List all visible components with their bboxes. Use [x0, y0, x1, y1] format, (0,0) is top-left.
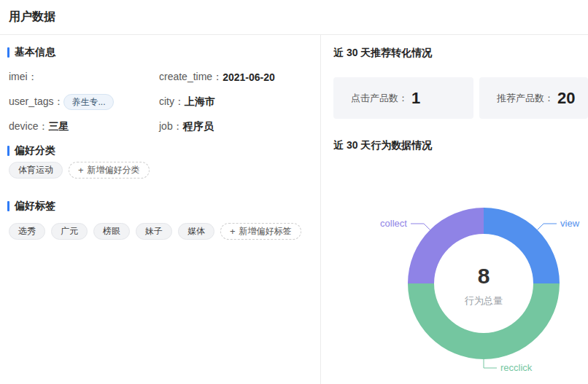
basic-info-field: create_time：2021-06-20: [159, 65, 313, 90]
preference-tag-tag: 榜眼: [93, 223, 130, 240]
plus-icon: +: [230, 227, 236, 236]
donut-center-label: 行为总量: [464, 295, 503, 306]
conversion-title: 近 30 天推荐转化情况: [333, 47, 588, 60]
stat-card-label: 推荐产品数：: [497, 92, 554, 105]
donut-label-view: view: [560, 218, 580, 229]
field-value: 2021-06-20: [223, 71, 275, 83]
section-accent-bar: [7, 146, 9, 156]
section-header-preference-tags: 偏好标签: [7, 200, 313, 211]
section-header-preference-category: 偏好分类: [7, 145, 313, 156]
preference-tag-tags: 选秀广元榜眼妹子媒体+新增偏好标签: [9, 223, 313, 240]
section-accent-bar: [7, 201, 9, 211]
donut-label-line-view: [538, 224, 557, 230]
section-title: 偏好分类: [15, 144, 55, 157]
preference-category-tags: 体育运动+新增偏好分类: [9, 162, 313, 179]
section-header-basic-info: 基本信息: [7, 47, 313, 58]
user-tag-pill: 养生专...: [63, 94, 113, 110]
main-area: 基本信息 imei：create_time：2021-06-20user_tag…: [0, 35, 588, 384]
stat-card-value: 1: [411, 89, 420, 108]
section-title: 基本信息: [15, 46, 55, 59]
user-data-page: 用户数据 基本信息 imei：create_time：2021-06-20use…: [0, 0, 588, 384]
field-label: device：: [9, 120, 48, 133]
basic-info-field: imei：: [9, 65, 159, 90]
add-preference-tag-label: 新增偏好标签: [239, 225, 292, 238]
stat-card: 点击产品数：1: [333, 77, 473, 119]
donut-label-recclick: recclick: [500, 362, 533, 373]
basic-info-field: user_tags：养生专...: [9, 90, 159, 114]
behavior-title: 近 30 天行为数据情况: [333, 139, 588, 152]
field-label: job：: [159, 120, 183, 133]
field-value: 三星: [48, 120, 69, 133]
basic-info-field: device：三星: [9, 114, 159, 139]
page-title: 用户数据: [9, 9, 55, 25]
preference-tag-tag: 媒体: [178, 223, 214, 240]
donut-label-line-recclick: [484, 359, 497, 368]
donut-slice-view[interactable]: [484, 208, 560, 283]
preference-tag-tag: 广元: [51, 223, 88, 240]
basic-info-field: job：程序员: [159, 114, 313, 139]
preference-tag-tag: 选秀: [9, 223, 45, 240]
stat-card-value: 20: [557, 89, 575, 108]
conversion-cards: 点击产品数：1推荐产品数：20: [333, 77, 588, 119]
field-label: imei：: [9, 71, 38, 84]
field-label: city：: [159, 95, 185, 109]
behavior-donut-chart: viewrecclickcollect8行为总量: [328, 203, 587, 383]
donut-slice-collect[interactable]: [408, 208, 484, 283]
field-label: user_tags：: [9, 95, 63, 109]
basic-info-field: city：上海市: [159, 90, 313, 114]
donut-label-line-collect: [411, 224, 430, 230]
basic-info-panel: 基本信息 imei：create_time：2021-06-20user_tag…: [0, 35, 321, 384]
stat-card: 推荐产品数：20: [479, 77, 588, 119]
preference-tag-tag: 妹子: [136, 223, 172, 240]
field-value: 上海市: [185, 95, 215, 109]
preference-category-tag: 体育运动: [9, 162, 63, 179]
stat-card-label: 点击产品数：: [351, 92, 408, 105]
donut-label-collect: collect: [380, 218, 407, 229]
basic-info-grid: imei：create_time：2021-06-20user_tags：养生专…: [9, 65, 313, 139]
section-accent-bar: [7, 47, 9, 58]
add-preference-tag-button[interactable]: +新增偏好标签: [220, 223, 301, 240]
add-preference-category-label: 新增偏好分类: [88, 164, 140, 176]
stats-panel: 近 30 天推荐转化情况 点击产品数：1推荐产品数：20 近 30 天行为数据情…: [321, 35, 588, 384]
section-title: 偏好标签: [15, 200, 55, 213]
field-value: 程序员: [183, 120, 214, 133]
plus-icon: +: [78, 165, 84, 175]
field-label: create_time：: [159, 71, 223, 84]
page-header: 用户数据: [0, 0, 588, 35]
donut-center-value: 8: [478, 264, 490, 288]
add-preference-category-button[interactable]: +新增偏好分类: [69, 162, 150, 179]
